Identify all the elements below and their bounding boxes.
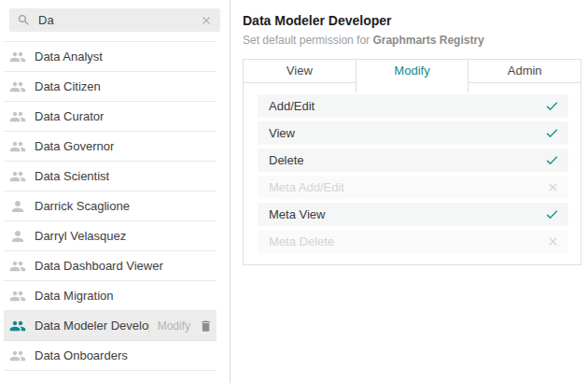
user-name: Data Scientist (35, 169, 109, 183)
user-list-item[interactable]: Darryl Velasquez (4, 221, 217, 251)
permission-label: Meta View (269, 207, 325, 221)
user-name: Data Governor (35, 139, 114, 153)
group-icon (9, 168, 26, 185)
user-name: Darryl Velasquez (35, 229, 126, 243)
permission-row[interactable]: Meta View (258, 203, 568, 226)
permission-label: Delete (269, 153, 304, 167)
user-list-item[interactable]: Darrick Scaglione (4, 192, 217, 221)
user-list-item[interactable]: Data Onboarders (4, 341, 217, 371)
user-name: Data Curator (35, 109, 104, 123)
user-list-item[interactable]: Data Scientist (4, 162, 217, 192)
user-name: Data Dashboard Viewer (35, 259, 163, 273)
group-icon (9, 138, 26, 155)
sidebar: Data AnalystData CitizenData CuratorData… (0, 0, 231, 383)
subtitle-registry-name: Graphmarts Registry (372, 34, 483, 47)
user-list-item[interactable]: Data Citizen (4, 72, 217, 102)
group-icon (9, 78, 26, 95)
search-input[interactable] (38, 13, 192, 27)
clear-search-icon[interactable] (200, 14, 213, 27)
check-icon (544, 125, 560, 141)
group-icon (9, 318, 26, 334)
page-title: Data Modeler Developer (243, 13, 581, 28)
tab-admin[interactable]: Admin (469, 60, 581, 83)
permission-label: Add/Edit (269, 99, 315, 113)
user-list-item[interactable]: Data Governor (4, 132, 217, 162)
app-window: Data AnalystData CitizenData CuratorData… (0, 0, 588, 383)
tab-view[interactable]: View (244, 60, 356, 83)
group-icon (9, 108, 26, 125)
group-icon (9, 348, 26, 364)
check-icon (544, 206, 560, 222)
group-icon (9, 288, 26, 305)
subtitle: Set default permission for Graphmarts Re… (243, 35, 581, 47)
search-icon (17, 13, 31, 27)
check-icon (544, 98, 560, 114)
trash-icon[interactable] (199, 319, 213, 333)
user-name: Data Analyst (35, 50, 103, 64)
permission-box: ViewModifyAdmin Add/EditViewDeleteMeta A… (243, 59, 581, 265)
permission-tabs: ViewModifyAdmin (244, 60, 581, 83)
search-box[interactable] (9, 8, 220, 32)
permission-badge: Modify (158, 319, 190, 333)
user-name: Data Migration (35, 289, 114, 303)
person-icon (9, 228, 26, 245)
permission-label: Meta Add/Edit (269, 180, 344, 194)
person-icon (9, 198, 26, 215)
user-name: Data Modeler Developer (35, 319, 149, 333)
user-list: Data AnalystData CitizenData CuratorData… (4, 41, 217, 371)
permission-row[interactable]: View (258, 121, 568, 145)
permission-row[interactable]: Delete (258, 149, 568, 172)
permission-label: View (269, 126, 295, 140)
permission-row[interactable]: Meta Delete (258, 230, 568, 253)
check-icon (544, 152, 560, 168)
group-icon (9, 49, 26, 65)
user-list-item[interactable]: Data Migration (4, 281, 217, 311)
user-list-item[interactable]: Data Dashboard Viewer (4, 251, 217, 281)
tab-modify[interactable]: Modify (356, 60, 469, 92)
permission-row[interactable]: Meta Add/Edit (258, 176, 568, 199)
x-icon (546, 180, 560, 194)
user-name: Data Onboarders (35, 348, 128, 362)
group-icon (9, 258, 26, 275)
detail-panel: Data Modeler Developer Set default permi… (231, 0, 588, 383)
user-list-item[interactable]: Data Modeler DeveloperModify (4, 311, 217, 341)
user-list-item[interactable]: Data Curator (4, 102, 217, 132)
user-name: Darrick Scaglione (35, 199, 130, 213)
x-icon (546, 234, 560, 248)
permission-label: Meta Delete (269, 234, 334, 248)
user-name: Data Citizen (35, 79, 101, 93)
permission-row[interactable]: Add/Edit (258, 94, 568, 118)
permission-list: Add/EditViewDeleteMeta Add/EditMeta View… (244, 94, 581, 253)
subtitle-text: Set default permission for (243, 34, 372, 47)
user-list-item[interactable]: Data Analyst (4, 42, 217, 72)
